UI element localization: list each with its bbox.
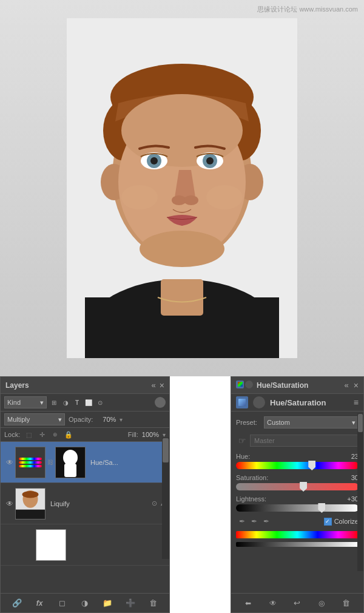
portrait-image [67, 18, 297, 358]
properties-body: Preset: Custom ▾ ☞ Master Hue: 23 [231, 411, 363, 554]
properties-bottom-toolbar: ⬅ 👁 ↩ ◎ 🗑 [231, 593, 363, 612]
properties-scroll-thumb[interactable] [358, 414, 363, 432]
properties-close-button[interactable]: × [354, 381, 359, 390]
svg-point-18 [206, 157, 214, 164]
fill-value[interactable]: 100% [142, 431, 159, 438]
colorize-label: Colorize [334, 518, 359, 525]
lock-pixel-icon[interactable]: ⬚ [24, 430, 33, 439]
add-group-icon[interactable]: 📁 [101, 597, 113, 609]
hue-label-row: Hue: 23 [236, 453, 359, 460]
hue-sat-panel-icon [236, 381, 253, 390]
smart-filter-icon[interactable]: ⊙ [95, 398, 105, 407]
fx-icon[interactable]: fx [33, 597, 46, 609]
layers-kind-toolbar: Kind ▾ ⊞ ◑ T ⬜ ⊙ [1, 394, 169, 411]
add-adjustment-icon[interactable]: ◑ [79, 597, 91, 609]
hue-slider-thumb[interactable] [308, 461, 315, 470]
layer-name-liquify: Liquify [46, 500, 152, 507]
type-filter-icon[interactable]: T [72, 398, 82, 407]
reset-adjustment-icon[interactable]: ↩ [291, 597, 303, 609]
blend-mode-dropdown[interactable]: Multiply ▾ [4, 413, 65, 425]
preset-dropdown[interactable]: Custom ▾ [264, 416, 359, 428]
add-to-sample-icon[interactable]: ✒ [249, 516, 259, 526]
properties-header-left: Hue/Saturation [236, 381, 308, 390]
properties-menu-button[interactable]: ≡ [354, 398, 359, 407]
watermark-text: 思缘设计论坛 www.missvuan.com [257, 5, 358, 14]
svg-rect-3 [161, 279, 203, 316]
add-mask-icon[interactable]: ◻ [56, 597, 69, 609]
properties-panel-header: Hue/Saturation « × [231, 377, 363, 394]
saturation-label-row: Saturation: 30 [236, 474, 359, 481]
preset-dropdown-arrow: ▾ [352, 419, 356, 427]
visibility-icon[interactable]: 👁 [267, 597, 279, 609]
link-layers-icon[interactable]: 🔗 [11, 597, 23, 609]
layers-panel: Layers « × Kind ▾ ⊞ ◑ T ⬜ ⊙ Mult [0, 376, 170, 613]
previous-state-icon[interactable]: ⬅ [242, 597, 254, 609]
properties-title-spacer: Hue/Saturation [270, 398, 349, 407]
colorize-row: ✒ ✒ ✒ ✓ Colorize [236, 516, 359, 526]
layers-bottom-toolbar: 🔗 fx ◻ ◑ 📁 ➕ 🗑 [1, 593, 169, 612]
lock-row: Lock: ⬚ ✛ ⊕ 🔒 Fill: 100% ▾ [1, 428, 169, 442]
svg-point-25 [63, 450, 78, 466]
colorize-checkbox[interactable]: ✓ [324, 518, 332, 526]
filter-toggle-icon[interactable] [155, 397, 166, 408]
properties-scrollbar[interactable] [357, 413, 363, 571]
master-dropdown[interactable]: Master [250, 435, 359, 447]
portrait-background [0, 0, 364, 376]
finger-tool-icon[interactable]: ☞ [238, 436, 246, 445]
white-layer-thumb [36, 529, 66, 561]
blend-mode-row: Multiply ▾ Opacity: 70% ▾ [1, 411, 169, 428]
layers-close-button[interactable]: × [160, 381, 164, 390]
saturation-slider-thumb[interactable] [300, 482, 307, 492]
layer-link-chain-icon[interactable]: ⛓ [46, 458, 55, 467]
add-layer-icon[interactable]: ➕ [124, 597, 136, 609]
saturation-slider-track[interactable] [236, 483, 359, 490]
lock-all-icon[interactable]: 🔒 [64, 430, 73, 439]
svg-point-30 [22, 490, 39, 498]
layers-scroll-thumb[interactable] [163, 438, 169, 462]
properties-panel: Hue/Saturation « × Hue/Saturation ≡ Pres… [231, 376, 364, 613]
preset-row: Preset: Custom ▾ [236, 416, 359, 428]
solo-view-icon[interactable]: ◎ [315, 597, 328, 609]
shape-filter-icon[interactable]: ⬜ [84, 398, 93, 407]
svg-point-22 [121, 185, 158, 209]
kind-dropdown-arrow: ▾ [40, 399, 44, 407]
layer-row-hue-sat[interactable]: 👁 ⛓ Hue/Sa... [1, 442, 169, 483]
colorize-checkbox-group: ✓ Colorize [324, 518, 359, 526]
kind-dropdown[interactable]: Kind ▾ [4, 396, 47, 408]
opacity-chevron: ▾ [120, 416, 123, 423]
layer-row-white[interactable]: 👁 [1, 524, 169, 566]
lightness-label: Lightness: [236, 495, 266, 503]
adjust-filter-icon[interactable]: ◑ [61, 398, 70, 407]
fill-label: Fill: [128, 431, 138, 438]
grey-gradient-bar [236, 542, 359, 547]
layers-panel-header: Layers « × [1, 377, 169, 394]
sample-layer-icon[interactable]: ✒ [237, 516, 247, 526]
layers-scrollbar[interactable] [162, 438, 169, 559]
opacity-label: Opacity: [69, 416, 93, 423]
liquify-layer-thumb [15, 488, 46, 520]
lock-artboard-icon[interactable]: ⊕ [50, 430, 60, 439]
svg-point-12 [121, 94, 243, 167]
props-mask-icon[interactable] [253, 396, 265, 408]
lightness-slider-thumb[interactable] [318, 503, 325, 513]
pixel-filter-icon[interactable]: ⊞ [49, 398, 59, 407]
subtract-from-sample-icon[interactable]: ✒ [261, 516, 271, 526]
layer-visibility-hue-sat[interactable]: 👁 [4, 457, 15, 468]
colorize-tool-icons: ✒ ✒ ✒ [237, 516, 271, 526]
fill-chevron: ▾ [163, 432, 166, 438]
svg-rect-26 [64, 464, 76, 477]
lock-position-icon[interactable]: ✛ [37, 430, 47, 439]
delete-layer-icon[interactable]: 🗑 [147, 597, 159, 609]
hue-label: Hue: [236, 453, 250, 460]
hue-slider-track[interactable] [236, 462, 359, 469]
photo-canvas: 思缘设计论坛 www.missvuan.com [0, 0, 364, 376]
layer-visibility-liquify[interactable]: 👁 [4, 498, 15, 509]
properties-collapse-button[interactable]: « [345, 381, 349, 390]
lightness-slider-track[interactable] [236, 504, 359, 512]
layers-collapse-button[interactable]: « [152, 381, 156, 390]
layer-row-liquify[interactable]: 👁 Liquify ⊙ ▲ [1, 483, 169, 524]
layers-panel-controls: « × [152, 381, 164, 390]
opacity-value[interactable]: 70% [96, 416, 116, 423]
delete-adjustment-icon[interactable]: 🗑 [340, 597, 352, 609]
props-adjust-icon[interactable] [236, 396, 248, 408]
